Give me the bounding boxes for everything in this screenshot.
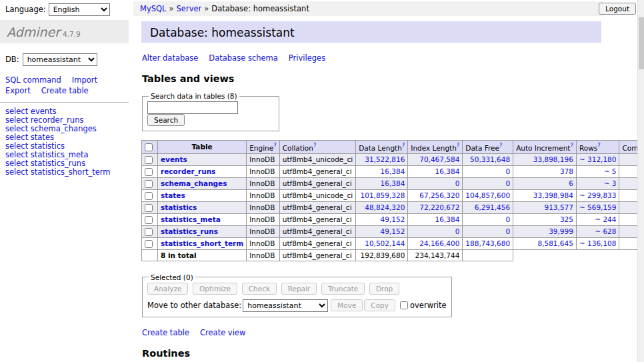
rows-link[interactable]: ~ 569,159 [579, 203, 617, 211]
row-select-checkbox[interactable] [145, 168, 153, 176]
data-length-link[interactable]: 10,502,144 [365, 239, 405, 247]
data-length-link[interactable]: 101,859,328 [361, 191, 405, 199]
data-free-link[interactable]: 104,857,600 [465, 191, 510, 199]
repair-button[interactable]: Repair [281, 283, 317, 295]
auto-increment-link[interactable]: 33,898,196 [533, 155, 573, 163]
table-name-link[interactable]: schema_changes [161, 179, 227, 187]
copy-button[interactable]: Copy [364, 299, 395, 311]
sidebar-link-select-states[interactable]: select states [5, 133, 54, 142]
table-name-link[interactable]: statistics_runs [161, 227, 218, 235]
alter-database-link[interactable]: Alter database [142, 53, 198, 63]
breadcrumb-link-server[interactable]: Server [177, 4, 202, 13]
rows-link[interactable]: ~ 136,108 [579, 239, 617, 247]
table-name-link[interactable]: statistics [161, 203, 197, 211]
language-select[interactable]: English [49, 3, 110, 16]
data-free-link[interactable]: 0 [505, 167, 510, 175]
index-length-link[interactable]: 70,467,584 [419, 155, 459, 163]
sql-command-link[interactable]: SQL command [5, 75, 61, 85]
vertical-scrollbar[interactable] [637, 0, 644, 362]
app-name-link[interactable]: Adminer [7, 25, 60, 39]
table-name-link[interactable]: states [161, 191, 185, 199]
index-length-link[interactable]: 24,166,400 [419, 239, 459, 247]
index-length-link[interactable]: 67,256,320 [419, 191, 459, 199]
rows-link[interactable]: ~ 244 [595, 215, 616, 223]
data-length-link[interactable]: 48,824,320 [365, 203, 405, 211]
sidebar-link-select-events[interactable]: select events [5, 107, 57, 116]
breadcrumb-link-mysql[interactable]: MySQL [140, 4, 167, 13]
check-button[interactable]: Check [242, 283, 277, 295]
data-free-link[interactable]: 0 [505, 179, 510, 187]
index-length-link[interactable]: 0 [455, 179, 460, 187]
logout-button[interactable]: Logout [599, 3, 636, 15]
data-length-link[interactable]: 49,152 [381, 227, 405, 235]
table-name-link[interactable]: recorder_runs [161, 167, 215, 175]
data-free-link[interactable]: 188,743,680 [465, 239, 510, 247]
data-length-link[interactable]: 16,384 [381, 179, 405, 187]
analyze-button[interactable]: Analyze [147, 283, 188, 295]
move-button[interactable]: Move [331, 299, 363, 311]
table-name-link[interactable]: statistics_short_term [161, 239, 243, 247]
auto-increment-link[interactable]: 8,581,645 [537, 239, 573, 247]
help-icon[interactable]: ? [402, 142, 405, 149]
row-select-checkbox[interactable] [145, 156, 153, 164]
help-icon[interactable]: ? [597, 142, 601, 149]
help-icon[interactable]: ? [457, 142, 460, 149]
search-button[interactable]: Search [147, 114, 185, 126]
rows-link[interactable]: ~ 5 [604, 167, 617, 175]
privileges-link[interactable]: Privileges [289, 53, 325, 63]
scrollbar-thumb[interactable] [639, 17, 644, 69]
search-input[interactable] [147, 101, 238, 114]
database-schema-link[interactable]: Database schema [209, 53, 277, 63]
truncate-button[interactable]: Truncate [321, 283, 365, 295]
auto-increment-link[interactable]: 33,398,984 [533, 191, 573, 199]
help-icon[interactable]: ? [273, 142, 277, 149]
create-table-link-main[interactable]: Create table [142, 328, 189, 337]
data-free-link[interactable]: 6,291,456 [475, 203, 510, 211]
auto-increment-link[interactable]: 39,999 [549, 227, 573, 235]
row-select-checkbox[interactable] [145, 240, 153, 248]
auto-increment-link[interactable]: 6 [569, 179, 573, 187]
help-icon[interactable]: ? [313, 142, 317, 149]
help-icon[interactable]: ? [499, 142, 503, 149]
table-name-link[interactable]: statistics_meta [161, 215, 221, 223]
sidebar-link-select-schema-changes[interactable]: select schema_changes [5, 124, 97, 133]
data-free-link[interactable]: 0 [505, 227, 510, 235]
optimize-button[interactable]: Optimize [193, 283, 237, 295]
table-name-link[interactable]: events [161, 155, 187, 163]
auto-increment-link[interactable]: 325 [560, 215, 573, 223]
help-icon[interactable]: ? [570, 142, 573, 149]
row-select-checkbox[interactable] [145, 204, 153, 212]
index-length-link[interactable]: 0 [455, 227, 460, 235]
create-table-link[interactable]: Create table [41, 86, 89, 95]
data-length-link[interactable]: 16,384 [381, 167, 405, 175]
import-link[interactable]: Import [72, 75, 97, 85]
data-length-link[interactable]: 49,152 [381, 215, 405, 223]
data-free-link[interactable]: 0 [505, 215, 510, 223]
sidebar-link-select-statistics[interactable]: select statistics [5, 141, 65, 151]
rows-link[interactable]: ~ 3 [604, 179, 617, 187]
db-select[interactable]: homeassistant [23, 53, 97, 66]
index-length-link[interactable]: 72,220,672 [419, 203, 459, 211]
row-select-checkbox[interactable] [145, 228, 153, 236]
rows-link[interactable]: ~ 312,180 [579, 155, 617, 163]
sidebar-link-select-statistics-meta[interactable]: select statistics_meta [5, 150, 89, 159]
create-view-link[interactable]: Create view [200, 328, 245, 337]
sidebar-link-select-statistics-runs[interactable]: select statistics_runs [5, 159, 85, 168]
row-select-checkbox[interactable] [145, 216, 153, 224]
row-select-checkbox[interactable] [145, 192, 153, 200]
export-link[interactable]: Export [5, 86, 31, 95]
data-length-link[interactable]: 31,522,816 [365, 155, 405, 163]
row-select-checkbox[interactable] [145, 180, 153, 188]
sidebar-link-select-recorder-runs[interactable]: select recorder_runs [5, 115, 83, 125]
rows-link[interactable]: ~ 299,833 [579, 191, 617, 199]
auto-increment-link[interactable]: 913,577 [545, 203, 573, 211]
select-all-checkbox[interactable] [145, 143, 153, 151]
overwrite-checkbox[interactable] [400, 301, 408, 309]
sidebar-link-select-statistics-short-term[interactable]: select statistics_short_term [5, 167, 110, 177]
data-free-link[interactable]: 50,331,648 [470, 155, 510, 163]
move-db-select[interactable]: homeassistant [243, 299, 328, 312]
index-length-link[interactable]: 16,384 [435, 167, 460, 175]
rows-link[interactable]: ~ 628 [595, 227, 616, 235]
auto-increment-link[interactable]: 378 [560, 167, 573, 175]
index-length-link[interactable]: 16,384 [435, 215, 460, 223]
